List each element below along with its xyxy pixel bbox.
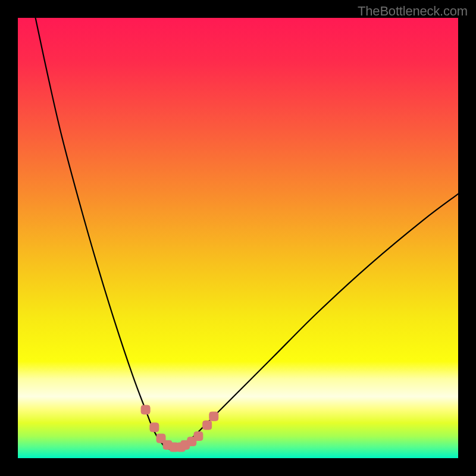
marker-point: [209, 412, 218, 421]
marker-point: [150, 423, 159, 432]
marker-point: [141, 405, 150, 414]
marker-point: [203, 421, 212, 430]
chart-frame: TheBottleneck.com: [0, 0, 476, 476]
curve-layer: [18, 18, 458, 458]
bottleneck-curve: [36, 18, 458, 450]
plot-area: [18, 18, 458, 458]
watermark-text: TheBottleneck.com: [358, 4, 468, 19]
marker-point: [194, 432, 203, 441]
marker-group: [141, 405, 218, 452]
